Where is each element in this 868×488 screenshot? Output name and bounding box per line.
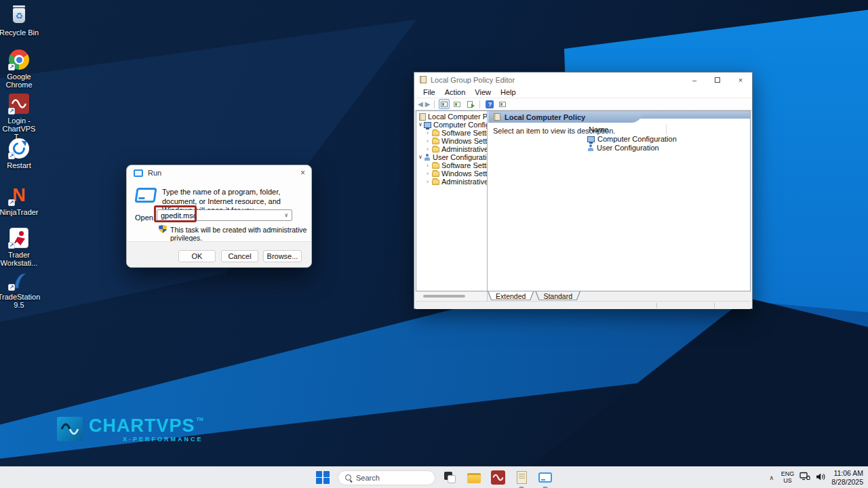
export-list-button[interactable] xyxy=(465,99,475,109)
chevron-collapsed-icon[interactable]: › xyxy=(427,178,432,185)
volume-icon[interactable] xyxy=(816,472,826,484)
chevron-expanded-icon[interactable]: ∨ xyxy=(418,121,424,128)
shortcut-arrow-icon: ↗ xyxy=(8,284,15,291)
chevron-collapsed-icon[interactable]: › xyxy=(427,162,432,169)
column-header-name[interactable]: Name xyxy=(589,125,608,134)
search-icon xyxy=(345,474,351,481)
chevron-collapsed-icon[interactable]: › xyxy=(427,146,432,152)
tree-item-administrative-templates[interactable]: › Administrative Te xyxy=(427,145,488,153)
view-tabs: Extended Standard xyxy=(488,291,580,301)
tree-item-administrative-templates-user[interactable]: › Administrative Te xyxy=(427,178,488,186)
recycle-bin-icon: ♻ xyxy=(7,4,31,27)
gpedit-taskbar-button[interactable] xyxy=(513,468,530,487)
gpedit-app-icon xyxy=(420,76,427,83)
chevron-down-icon[interactable]: ∨ xyxy=(284,212,288,218)
tree-item-user-configuration[interactable]: ∨ User Configuration xyxy=(418,153,488,161)
minimize-button[interactable]: – xyxy=(683,73,706,87)
task-view-button[interactable] xyxy=(441,468,459,487)
desktop-icon-label: Restart xyxy=(0,161,41,169)
search-input[interactable] xyxy=(356,474,424,482)
language-indicator[interactable]: ENG US xyxy=(781,471,795,484)
help-button[interactable]: ? xyxy=(484,99,495,109)
taskbar: ∧ ENG US 11:06 AM 8/28/2025 xyxy=(0,466,868,488)
desktop-icon-restart[interactable]: ↗ Restart xyxy=(0,137,41,169)
menu-action[interactable]: Action xyxy=(440,88,471,96)
run-taskbar-button[interactable] xyxy=(536,468,554,487)
tree-item-software-settings-user[interactable]: › Software Settings xyxy=(427,161,488,169)
forward-icon[interactable]: ▶ xyxy=(425,101,431,108)
chevron-expanded-icon[interactable]: ∨ xyxy=(418,154,424,161)
gpedit-titlebar[interactable]: Local Group Policy Editor – × xyxy=(414,73,752,87)
status-bar xyxy=(416,301,751,309)
list-item-computer-configuration[interactable]: Computer Configuration xyxy=(587,135,677,143)
tree-item-windows-settings[interactable]: › Windows Setting xyxy=(427,137,488,145)
desktop-icon-label: Google Chrome xyxy=(0,73,41,89)
clock[interactable]: 11:06 AM 8/28/2025 xyxy=(831,469,863,486)
menu-view[interactable]: View xyxy=(470,88,496,96)
desktop: ♻ Recycle Bin ↗ Google Chrome ↗ Login - … xyxy=(0,0,868,488)
tree-item-root[interactable]: Local Computer Policy xyxy=(419,113,488,121)
chartvps-app-button[interactable] xyxy=(489,468,507,487)
close-button[interactable]: × xyxy=(729,73,752,87)
date: 8/28/2025 xyxy=(831,478,863,487)
chartvps-icon xyxy=(491,470,505,485)
cancel-button[interactable]: Cancel xyxy=(221,250,258,262)
gpedit-doc-icon xyxy=(419,113,426,121)
column-divider[interactable] xyxy=(666,124,667,134)
tree-item-software-settings[interactable]: › Software Settings xyxy=(427,129,488,137)
run-icon xyxy=(538,472,552,483)
uac-shield-icon xyxy=(159,225,167,233)
browse-button[interactable]: Browse... xyxy=(263,250,302,262)
back-icon[interactable]: ◀ xyxy=(418,101,423,108)
taskbar-search[interactable] xyxy=(338,470,435,485)
desktop-icon-label: Recycle Bin xyxy=(0,28,41,37)
user-config-icon xyxy=(587,144,594,151)
tree-horizontal-scrollbar[interactable] xyxy=(416,291,488,301)
run-dialog: Run × Type the name of a program, folder… xyxy=(126,165,312,268)
desktop-icon-ninjatrader[interactable]: N ↗ NinjaTrader xyxy=(0,184,41,216)
file-explorer-button[interactable] xyxy=(465,468,483,487)
folder-icon xyxy=(432,171,439,177)
desktop-icon-tradestation[interactable]: ↗ TradeStation 9.5 xyxy=(0,268,41,309)
watermark-tagline: X-PERFORMANCE xyxy=(123,436,203,443)
scrollbar-thumb[interactable] xyxy=(423,295,465,298)
menu-help[interactable]: Help xyxy=(496,88,521,96)
new-window-button[interactable] xyxy=(497,99,508,109)
menu-file[interactable]: File xyxy=(418,88,440,96)
list-item-user-configuration[interactable]: User Configuration xyxy=(587,144,659,152)
desktop-icon-login-chartvps[interactable]: ↗ Login - ChartVPS T... xyxy=(0,92,41,141)
chrome-icon: ↗ xyxy=(7,48,31,71)
desktop-icon-recycle-bin[interactable]: ♻ Recycle Bin xyxy=(0,4,41,37)
trader-workstation-icon: ↗ xyxy=(7,226,31,249)
ok-button[interactable]: OK xyxy=(178,250,216,262)
network-icon[interactable] xyxy=(800,472,810,484)
close-icon[interactable]: × xyxy=(300,168,305,178)
ninjatrader-icon: N ↗ xyxy=(7,184,31,207)
details-header-title: Local Computer Policy xyxy=(505,113,585,121)
folder-icon xyxy=(432,180,439,185)
tree-item-computer-configuration[interactable]: ∨ Computer Configura xyxy=(418,121,488,129)
properties-button[interactable] xyxy=(452,99,462,109)
tab-standard[interactable]: Standard xyxy=(535,291,580,300)
show-console-tree-button[interactable] xyxy=(439,99,450,109)
open-combobox[interactable]: ∨ xyxy=(157,209,292,221)
desktop-icon-trader-workstation[interactable]: ↗ Trader Workstati... xyxy=(0,226,41,267)
start-button[interactable] xyxy=(314,468,332,487)
tab-extended[interactable]: Extended xyxy=(488,291,534,300)
time: 11:06 AM xyxy=(831,469,863,478)
run-titlebar[interactable]: Run × xyxy=(127,165,311,180)
chevron-collapsed-icon[interactable]: › xyxy=(427,129,432,136)
open-input[interactable] xyxy=(161,210,269,220)
desktop-icon-google-chrome[interactable]: ↗ Google Chrome xyxy=(0,48,41,89)
statusbar-separator xyxy=(656,303,657,308)
chevron-collapsed-icon[interactable]: › xyxy=(427,170,432,177)
statusbar-separator xyxy=(714,303,715,308)
chevron-collapsed-icon[interactable]: › xyxy=(427,138,432,144)
shortcut-arrow-icon: ↗ xyxy=(8,199,15,206)
hidden-icons-chevron[interactable]: ∧ xyxy=(768,474,776,481)
gpedit-window: Local Group Policy Editor – × File Actio… xyxy=(414,72,753,309)
watermark-tm: TM xyxy=(197,417,203,422)
system-tray: ∧ ENG US 11:06 AM 8/28/2025 xyxy=(768,467,863,488)
tree-item-windows-settings-user[interactable]: › Windows Setting xyxy=(427,169,488,178)
maximize-button[interactable] xyxy=(706,73,729,87)
